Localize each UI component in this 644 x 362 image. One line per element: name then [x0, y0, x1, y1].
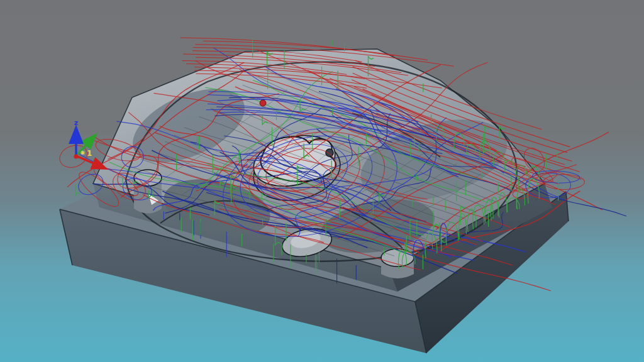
model-scene: z 1 — [0, 0, 644, 362]
workplane-star-icon — [80, 151, 85, 155]
z-axis-label: z — [74, 119, 78, 127]
workplane-label: 1 — [87, 149, 92, 158]
reference-point-marker — [260, 100, 266, 106]
axis-triad: z 1 — [74, 119, 103, 167]
cam-3d-viewport[interactable]: z 1 — [0, 0, 644, 362]
origin-point — [74, 154, 78, 158]
